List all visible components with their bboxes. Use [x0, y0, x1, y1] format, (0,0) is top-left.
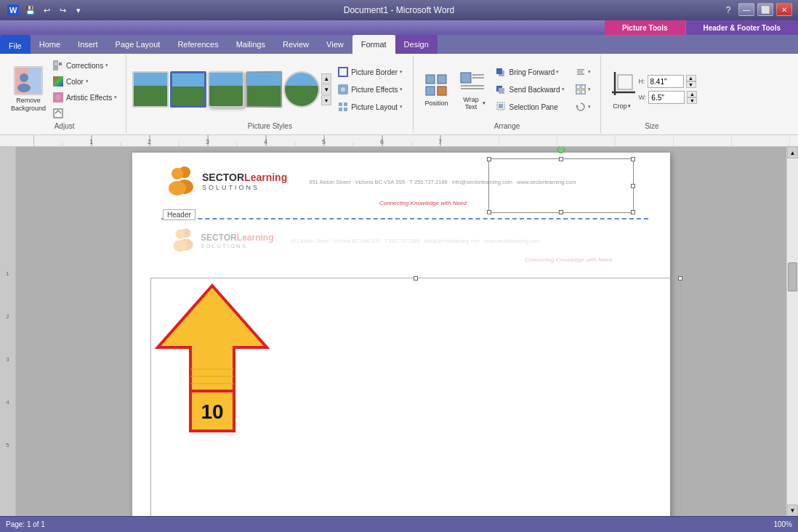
selection-pane-button[interactable]: Selection Pane	[492, 99, 568, 115]
large-handle-tm[interactable]	[414, 276, 418, 281]
width-input[interactable]	[648, 91, 685, 104]
height-spin-down[interactable]: ▼	[686, 81, 696, 88]
handle-tr[interactable]	[631, 157, 635, 161]
svg-rect-39	[576, 85, 580, 89]
title-bar-left: W 💾 ↩ ↪ ▾	[6, 3, 86, 17]
picture-layout-button[interactable]: Picture Layout ▾	[333, 99, 407, 115]
save-qa-btn[interactable]: 💾	[23, 3, 38, 17]
handle-tm[interactable]	[559, 157, 563, 161]
corrections-button[interactable]: Corrections ▾	[49, 58, 120, 73]
header-tagline: Connecting Knowledge with Need	[379, 200, 467, 206]
compress-pictures-button[interactable]	[49, 106, 120, 121]
ruler-5: 5	[6, 442, 9, 448]
height-input-row: H: ▲ ▼	[639, 75, 698, 88]
style-scroll-down[interactable]: ▼	[321, 84, 331, 94]
handle-tl[interactable]	[487, 157, 491, 161]
adjust-group-content: Remove Background Correc	[9, 58, 120, 121]
wrap-text-label: Wrap Text ▾	[459, 96, 485, 110]
pic-style-5[interactable]	[283, 71, 320, 108]
position-icon	[423, 72, 449, 100]
tab-view[interactable]: View	[318, 35, 352, 54]
picture-effects-button[interactable]: Picture Effects ▾	[333, 81, 407, 97]
restore-btn[interactable]: ⬜	[757, 3, 773, 16]
watermark-tagline: Connecting Knowledge with Need	[169, 257, 634, 263]
ruler-4: 4	[6, 399, 9, 406]
pic-style-3[interactable]	[208, 71, 244, 108]
handle-bm[interactable]	[559, 210, 563, 214]
width-spin-up[interactable]: ▲	[687, 91, 697, 97]
bring-forward-button[interactable]: Bring Forward ▾	[492, 64, 568, 80]
ruler-3: 3	[6, 356, 9, 363]
picture-layout-icon	[337, 101, 349, 113]
sector-text: SECTOR	[202, 172, 244, 183]
customize-qa-btn[interactable]: ▾	[71, 3, 86, 17]
app-window: W 💾 ↩ ↪ ▾ Document1 - Microsoft Word ? —…	[0, 0, 798, 532]
svg-rect-19	[339, 108, 342, 111]
handle-mr[interactable]	[631, 184, 635, 188]
pic-style-4[interactable]	[246, 71, 283, 108]
svg-rect-25	[461, 73, 471, 83]
redo-qa-btn[interactable]: ↪	[55, 3, 70, 17]
tab-mailings[interactable]: Mailings	[227, 35, 274, 54]
remove-background-button[interactable]: Remove Background	[9, 63, 48, 116]
company-logo: SECTORLearning SOLUTIONS	[163, 164, 287, 200]
scroll-up-btn[interactable]: ▲	[787, 147, 798, 158]
picture-commands: Picture Border ▾ Picture Effects ▾	[333, 64, 407, 115]
adjust-label: Adjust	[55, 122, 75, 130]
ruler-1: 1	[6, 270, 9, 277]
send-backward-button[interactable]: Send Backward ▾	[492, 81, 568, 97]
header-section: Header	[132, 153, 670, 222]
style-scroll-up[interactable]: ▲	[321, 73, 331, 84]
crop-button[interactable]: Crop ▾	[607, 65, 637, 113]
tab-design[interactable]: Design	[395, 35, 438, 54]
scroll-thumb[interactable]	[788, 262, 797, 291]
artistic-effects-button[interactable]: Artistic Effects ▾	[49, 90, 120, 105]
svg-text:3: 3	[206, 138, 209, 145]
tab-pagelayout[interactable]: Page Layout	[107, 35, 169, 54]
document-scroll-area[interactable]: Header	[16, 147, 786, 516]
handle-br[interactable]	[631, 210, 635, 214]
right-scrollbar: ▲ ▼	[786, 147, 798, 516]
height-spin-up[interactable]: ▲	[686, 75, 696, 81]
width-spin-down[interactable]: ▼	[687, 97, 697, 104]
position-label: Position	[424, 100, 448, 107]
help-btn[interactable]: ?	[721, 3, 735, 17]
bring-forward-icon	[496, 66, 507, 78]
scroll-track[interactable]	[787, 158, 798, 504]
align-column: ▾ ▾	[571, 64, 595, 115]
svg-rect-35	[499, 104, 503, 108]
crop-icon	[609, 69, 635, 102]
quick-access-toolbar: 💾 ↩ ↪ ▾	[23, 3, 86, 17]
position-button[interactable]: Position	[419, 68, 453, 110]
rotate-button[interactable]: ▾	[571, 99, 595, 115]
window-title: Document1 - Microsoft Word	[344, 5, 455, 15]
tab-insert[interactable]: Insert	[69, 35, 107, 54]
group-button[interactable]: ▾	[571, 81, 595, 97]
svg-text:2: 2	[148, 138, 151, 145]
ribbon-content: Remove Background Correc	[0, 54, 798, 135]
handle-bl[interactable]	[487, 210, 491, 214]
pic-style-2[interactable]	[170, 71, 206, 108]
status-page-info: Page: 1 of 1	[6, 520, 45, 528]
large-handle-tr[interactable]	[678, 276, 682, 281]
ribbon-tabs-row: File Home Insert Page Layout References …	[0, 35, 798, 54]
scroll-down-btn[interactable]: ▼	[787, 504, 798, 516]
minimize-btn[interactable]: —	[738, 3, 754, 16]
undo-qa-btn[interactable]: ↩	[39, 3, 54, 17]
picture-border-button[interactable]: Picture Border ▾	[333, 64, 407, 80]
align-button[interactable]: ▾	[571, 64, 595, 80]
ruler-scale: 1 2 3 4 5 6 7	[33, 135, 798, 146]
height-input[interactable]	[648, 75, 684, 88]
svg-text:6: 6	[380, 138, 384, 145]
close-btn[interactable]: ✕	[776, 3, 792, 16]
solutions-text: SOLUTIONS	[202, 184, 287, 191]
style-scroll-more[interactable]: ▾	[321, 95, 331, 105]
tab-home[interactable]: Home	[31, 35, 69, 54]
pic-style-1[interactable]	[132, 71, 169, 108]
effects-dropdown-icon: ▾	[400, 86, 403, 92]
tab-references[interactable]: References	[169, 35, 227, 54]
wrap-text-button[interactable]: Wrap Text ▾	[456, 65, 489, 114]
color-button[interactable]: Color ▾	[49, 74, 120, 89]
tab-format[interactable]: Format	[352, 35, 395, 54]
tab-review[interactable]: Review	[274, 35, 318, 54]
